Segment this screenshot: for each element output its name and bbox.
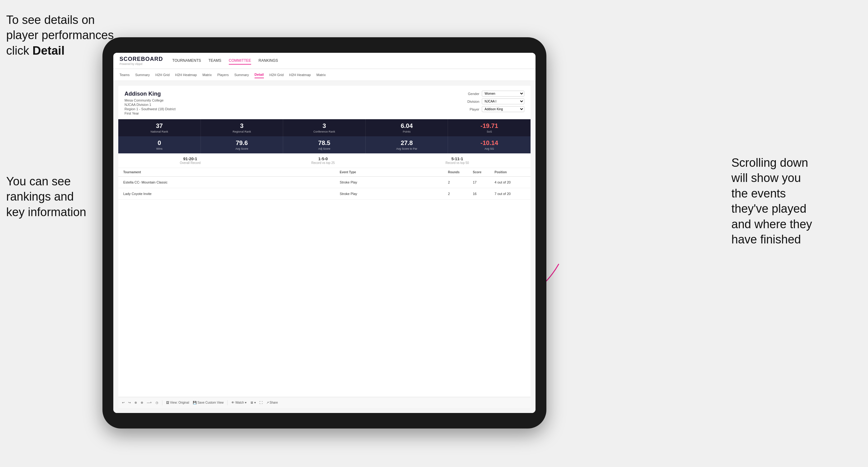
tablet-screen: SCOREBOARD Powered by clippd TOURNAMENTS… [113, 53, 535, 413]
gender-label: Gender [462, 92, 479, 96]
stat-points-value: 6.04 [401, 122, 413, 129]
nav-tournaments[interactable]: TOURNAMENTS [172, 57, 201, 65]
toolbar-add2[interactable]: ⊕ [141, 401, 143, 404]
stat-points-label: Points [403, 130, 411, 133]
subnav-h2hheatmap2[interactable]: H2H Heatmap [289, 72, 311, 78]
toolbar-divider1 [162, 400, 162, 405]
top50-record-value: 5-11-1 [452, 156, 463, 161]
division-select[interactable]: NJCAA I [482, 98, 524, 104]
gender-row: Gender Women [462, 91, 524, 97]
row1-tournament: Estella CC- Mountain Classic [123, 180, 340, 184]
stat-avg-score-value: 79.6 [236, 139, 248, 147]
toolbar-save-custom[interactable]: 💾 Save Custom View [193, 401, 223, 404]
toolbar-share[interactable]: ↗ Share [266, 401, 278, 404]
top25-record-value: 1-5-0 [318, 156, 328, 161]
player-controls: Gender Women Division NJCAA I [462, 91, 524, 112]
row1-position: 4 out of 20 [495, 180, 526, 184]
player-name: Addison King [124, 91, 176, 97]
table-row: Lady Coyote Invite Stroke Play 2 16 7 ou… [118, 188, 531, 200]
nav-items: TOURNAMENTS TEAMS COMMITTEE RANKINGS [172, 57, 278, 65]
subnav-teams[interactable]: Teams [120, 72, 129, 78]
sub-navigation: Teams Summary H2H Grid H2H Heatmap Matri… [113, 69, 535, 81]
stat-regional-rank: 3 Regional Rank [201, 119, 283, 136]
subnav-matrix[interactable]: Matrix [203, 72, 212, 78]
toolbar-time[interactable]: ◷ [156, 401, 158, 404]
row1-rounds: 2 [448, 180, 473, 184]
stat-avg-sg: -10.14 Avg SG [448, 136, 531, 153]
stat-points: 6.04 Points [366, 119, 448, 136]
toolbar-screen[interactable]: 🖥 ▾ [250, 401, 256, 404]
row1-event-type: Stroke Play [340, 180, 448, 184]
logo-text: SCOREBOARD [120, 56, 163, 62]
gender-select[interactable]: Women [482, 91, 524, 97]
row2-score: 16 [473, 192, 495, 196]
stat-wins: 0 Wins [118, 136, 201, 153]
stat-adj-score: 78.5 Adj Score [283, 136, 366, 153]
stat-regional-rank-label: Regional Rank [232, 130, 251, 133]
top50-record-label: Record vs top 50 [445, 161, 469, 164]
table-row: Estella CC- Mountain Classic Stroke Play… [118, 177, 531, 188]
stat-wins-label: Wins [156, 147, 162, 150]
records-row: 91-20-1 Overall Record 1-5-0 Record vs t… [118, 153, 531, 168]
stat-avg-score-par: 27.8 Avg Score to Par [366, 136, 448, 153]
logo-sub: Powered by clippd [120, 62, 163, 65]
division-row: Division NJCAA I [462, 98, 524, 104]
stat-adj-score-label: Adj Score [318, 147, 330, 150]
nav-rankings[interactable]: RANKINGS [258, 57, 278, 65]
toolbar-zoom[interactable]: —+ [147, 401, 152, 404]
subnav-matrix2[interactable]: Matrix [316, 72, 326, 78]
stat-national-rank: 37 National Rank [118, 119, 201, 136]
row2-tournament: Lady Coyote Invite [123, 192, 340, 196]
row2-rounds: 2 [448, 192, 473, 196]
subnav-h2hgrid2[interactable]: H2H Grid [270, 72, 284, 78]
toolbar-undo[interactable]: ↩ [122, 401, 124, 404]
toolbar-view-original[interactable]: 🖼 View: Original [166, 401, 189, 404]
stat-national-rank-value: 37 [156, 122, 163, 129]
top50-record: 5-11-1 Record vs top 50 [445, 156, 469, 164]
overall-record-label: Overall Record [180, 161, 200, 164]
toolbar-watch[interactable]: 👁 Watch ▾ [231, 401, 247, 404]
subnav-summary2[interactable]: Summary [235, 72, 249, 78]
top25-record-label: Record vs top 25 [311, 161, 335, 164]
nav-committee[interactable]: COMMITTEE [229, 57, 251, 65]
stat-conference-rank: 3 Conference Rank [283, 119, 366, 136]
top-navigation: SCOREBOARD Powered by clippd TOURNAMENTS… [113, 53, 535, 69]
table-header: Tournament Event Type Rounds Score Posit… [118, 168, 531, 177]
logo-area: SCOREBOARD Powered by clippd [120, 56, 163, 65]
player-year: First Year [124, 112, 176, 115]
toolbar-divider2 [227, 400, 227, 405]
bottom-toolbar: ↩ ↪ ⊕ ⊕ —+ ◷ 🖼 View: Original 💾 Save Cus… [118, 397, 531, 408]
content-panel: Addison King Mesa Community College NJCA… [118, 86, 531, 408]
stats-row-2: 0 Wins 79.6 Avg Score 78.5 Adj Score 27.… [118, 136, 531, 153]
stat-national-rank-label: National Rank [151, 130, 168, 133]
subnav-detail[interactable]: Detail [254, 71, 264, 78]
col-rounds: Rounds [448, 170, 473, 174]
tablet-device: SCOREBOARD Powered by clippd TOURNAMENTS… [102, 37, 547, 429]
row2-event-type: Stroke Play [340, 192, 448, 196]
toolbar-redo[interactable]: ↪ [128, 401, 131, 404]
col-position: Position [495, 170, 526, 174]
subnav-players[interactable]: Players [217, 72, 229, 78]
toolbar-expand[interactable]: ⛶ [259, 401, 262, 404]
nav-teams[interactable]: TEAMS [208, 57, 221, 65]
subnav-h2hheatmap[interactable]: H2H Heatmap [175, 72, 197, 78]
stat-adj-score-value: 78.5 [318, 139, 330, 147]
subnav-summary[interactable]: Summary [135, 72, 150, 78]
stat-sos: -19.71 SoS [448, 119, 531, 136]
main-content: Addison King Mesa Community College NJCA… [113, 81, 535, 413]
annotation-right: Scrolling down will show you the events … [732, 155, 862, 247]
stat-avg-score-label: Avg Score [235, 147, 248, 150]
subnav-h2hgrid[interactable]: H2H Grid [155, 72, 169, 78]
toolbar-add1[interactable]: ⊕ [134, 401, 137, 404]
stats-row-1: 37 National Rank 3 Regional Rank 3 Confe… [118, 119, 531, 136]
stat-wins-value: 0 [158, 139, 161, 147]
row1-score: 17 [473, 180, 495, 184]
player-header: Addison King Mesa Community College NJCA… [118, 86, 531, 119]
player-label: Player [462, 107, 479, 111]
stat-avg-score-par-label: Avg Score to Par [396, 147, 417, 150]
stat-conference-rank-label: Conference Rank [313, 130, 335, 133]
events-table: Tournament Event Type Rounds Score Posit… [118, 168, 531, 397]
player-select[interactable]: Addison King [482, 106, 524, 112]
stat-avg-sg-label: Avg SG [485, 147, 494, 150]
overall-record: 91-20-1 Overall Record [180, 156, 200, 164]
